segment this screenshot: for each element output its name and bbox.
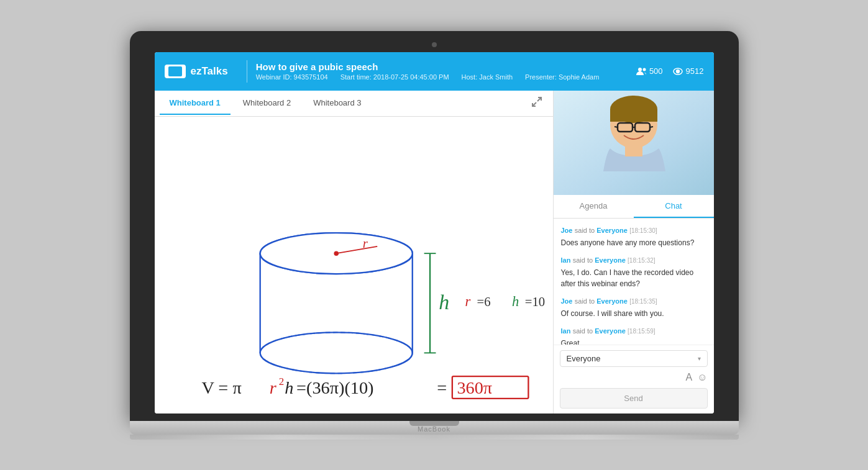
chat-text-3: Of course. I will share with you. [561,308,706,319]
participants-count: 500 [649,66,663,76]
svg-marker-1 [178,68,181,74]
chat-said-3: said to [575,297,596,305]
svg-text:r: r [465,293,470,309]
right-panel: Agenda Chat Joe said to Everyone [18:15:… [554,91,714,414]
presenter-video [554,91,714,195]
svg-text:V = π: V = π [201,378,241,397]
chat-message-3: Joe said to Everyone [18:15:35] Of cours… [561,296,706,319]
chat-sender-3: Joe [561,297,573,305]
chat-message-1: Joe said to Everyone [18:15:30] Does any… [561,225,706,248]
tab-whiteboard-2[interactable]: Whiteboard 2 [233,92,301,115]
chat-message-4: Ian said to Everyone [18:15:59] Great [561,325,706,345]
whiteboard-tabs: Whiteboard 1 Whiteboard 2 Whiteboard 3 [155,91,553,117]
tab-agenda[interactable]: Agenda [554,195,634,218]
chat-sender-1: Joe [561,227,573,234]
chat-recipient-selector[interactable]: Everyone ▾ [560,350,708,367]
logo-area: ezTalks [165,65,228,78]
send-button[interactable]: Send [560,388,708,409]
chat-time-2: [18:15:32] [628,257,655,264]
host: Host: Jack Smith [462,73,513,81]
app-header: ezTalks How to give a pubic speech Webin… [155,52,714,91]
presenter: Presenter: Sophie Adam [525,73,599,81]
chat-action-bar: A ☺ [560,371,708,384]
chat-recipient-3: Everyone [596,297,628,305]
chat-time-3: [18:15:35] [629,298,657,305]
laptop-container: ezTalks How to give a pubic speech Webin… [130,31,739,440]
svg-line-41 [614,127,618,127]
svg-rect-43 [625,145,642,156]
chat-messages: Joe said to Everyone [18:15:30] Does any… [554,219,714,345]
viewers-count: 9512 [686,66,704,76]
header-meta: Webinar ID: 943575104 Start time: 2018-0… [256,73,636,81]
svg-point-16 [334,251,339,256]
chat-sender-2: Ian [561,256,571,264]
webinar-id: Webinar ID: 943575104 [256,73,328,81]
chat-said-1: said to [575,227,596,234]
emoji-icon[interactable]: ☺ [697,372,707,383]
header-title: How to give a pubic speech [256,61,636,72]
expand-button[interactable] [526,93,548,114]
chat-message-2: Ian said to Everyone [18:15:32] Yes, I d… [561,255,706,289]
svg-text:360π: 360π [457,378,492,397]
header-stats: 500 9512 [636,66,704,76]
screen-bezel: ezTalks How to give a pubic speech Webin… [130,31,739,421]
laptop-base: MacBook [130,421,739,435]
whiteboard-drawing: r h r =6 h =10 [155,117,553,414]
svg-text:h: h [439,290,449,313]
svg-text:=10: =10 [524,294,544,308]
svg-line-42 [650,127,653,127]
svg-text:=: = [437,378,447,397]
svg-point-3 [642,68,646,71]
chat-text-1: Does anyone have any more questions? [561,237,706,248]
svg-rect-0 [169,67,178,73]
start-time: Start time: 2018-07-25 04:45:00 PM [340,73,449,81]
laptop-foot [130,435,739,440]
svg-text:r: r [269,378,276,397]
svg-point-2 [638,68,642,71]
svg-rect-37 [610,109,657,122]
app-body: Whiteboard 1 Whiteboard 2 Whiteboard 3 [155,91,714,414]
svg-text:=6: =6 [477,294,490,308]
panel-tabs: Agenda Chat [554,195,714,219]
header-info: How to give a pubic speech Webinar ID: 9… [256,61,636,81]
chevron-down-icon: ▾ [698,355,701,362]
laptop-brand-label: MacBook [418,425,450,433]
chat-text-4: Great [561,338,706,345]
camera [432,42,437,47]
tab-chat[interactable]: Chat [634,195,714,218]
participants-stat: 500 [636,66,663,76]
chat-text-2: Yes, I do. Can I have the recorded video… [561,267,706,289]
recipient-value: Everyone [567,354,698,363]
logo-icon [168,66,182,76]
chat-said-2: said to [573,256,595,264]
viewers-stat: 9512 [673,66,704,76]
viewers-icon [673,68,683,75]
chat-said-4: said to [573,327,595,335]
whiteboard-area: Whiteboard 1 Whiteboard 2 Whiteboard 3 [155,91,554,414]
svg-text:=(36π)(10): =(36π)(10) [296,378,373,397]
whiteboard-canvas: r h r =6 h =10 [155,117,553,414]
presenter-photo [554,91,714,195]
participants-icon [636,67,646,76]
logo-box [165,65,186,78]
svg-text:h: h [285,378,293,397]
tab-whiteboard-3[interactable]: Whiteboard 3 [303,92,371,115]
chat-recipient-1: Everyone [596,227,628,234]
chat-input-area: Everyone ▾ A ☺ Send [554,345,714,414]
chat-sender-4: Ian [561,327,571,335]
tab-whiteboard-1[interactable]: Whiteboard 1 [160,92,231,115]
svg-text:r: r [362,236,368,250]
app-window: ezTalks How to give a pubic speech Webin… [155,52,714,414]
svg-text:2: 2 [278,376,283,387]
header-divider [247,60,247,83]
svg-text:h: h [512,293,519,309]
chat-time-1: [18:15:30] [629,227,657,234]
font-icon[interactable]: A [685,372,692,383]
svg-point-5 [676,70,679,73]
chat-time-4: [18:15:59] [628,328,655,335]
chat-recipient-4: Everyone [595,327,626,335]
laptop-notch [409,421,459,426]
logo-text: ezTalks [191,65,228,78]
chat-recipient-2: Everyone [595,256,626,264]
